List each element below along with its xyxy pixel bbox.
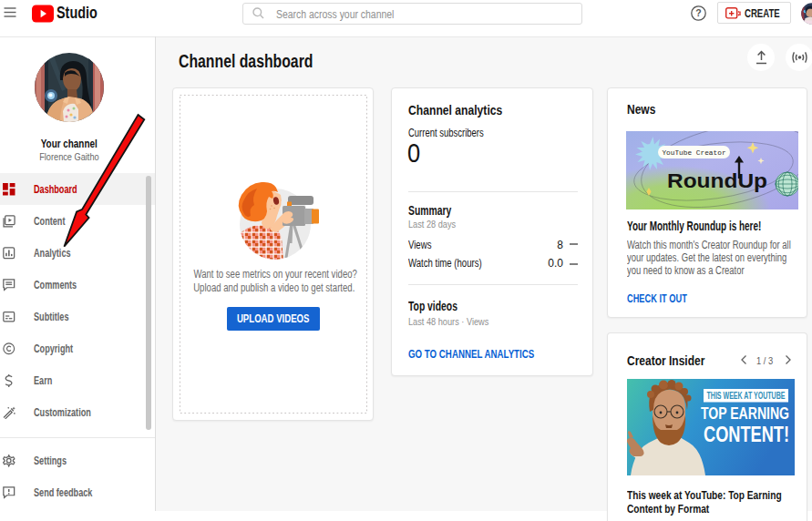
svg-text:YouTube Creator: YouTube Creator xyxy=(662,149,725,157)
svg-text:THIS WEEK AT YOUTUBE: THIS WEEK AT YOUTUBE xyxy=(707,391,786,401)
svg-text:CONTENT!: CONTENT! xyxy=(704,422,789,446)
svg-text:RoundUp: RoundUp xyxy=(667,169,767,192)
svg-text:?: ? xyxy=(695,7,701,18)
svg-text:TOP EARNING: TOP EARNING xyxy=(701,404,789,423)
